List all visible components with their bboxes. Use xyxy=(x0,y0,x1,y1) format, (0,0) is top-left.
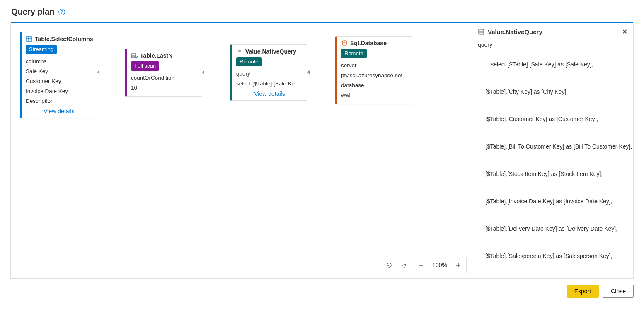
remote-badge: Remote xyxy=(341,49,367,58)
details-panel: Value.NativeQuery ✕ query select [$Table… xyxy=(472,22,633,278)
sql-line: select [$Table].[Sale Key] as [Sale Key]… xyxy=(491,61,593,68)
node-row: server xyxy=(341,61,408,71)
sql-line: [$Table].[Customer Key] as [Customer Key… xyxy=(478,115,627,124)
arrow xyxy=(308,72,333,72)
export-button[interactable]: Export xyxy=(567,285,599,298)
lastn-icon xyxy=(131,52,138,59)
svg-rect-15 xyxy=(479,29,484,34)
sql-line: [$Table].[City Key] as [City Key], xyxy=(478,87,627,96)
node-row: Sale Key xyxy=(26,66,92,76)
zoom-toolbar: 100% xyxy=(381,257,467,273)
node-row: 10 xyxy=(131,83,198,93)
query-plan-canvas[interactable]: Table.SelectColumns Streaming columns Sa… xyxy=(11,22,472,278)
zoom-level: 100% xyxy=(429,262,450,268)
node-table-selectcolumns[interactable]: Table.SelectColumns Streaming columns Sa… xyxy=(20,32,97,118)
node-row: Description xyxy=(26,96,92,106)
fullscan-badge: Full scan xyxy=(131,61,159,71)
sql-text: select [$Table].[Sale Key] as [Sale Key]… xyxy=(478,51,627,278)
node-row: Customer Key xyxy=(26,76,92,86)
view-details-link[interactable]: View details xyxy=(236,89,303,97)
dialog-header: Query plan ? xyxy=(11,7,634,17)
sql-line: [$Table].[Delivery Date Key] as [Deliver… xyxy=(478,224,627,233)
content-area: Table.SelectColumns Streaming columns Sa… xyxy=(10,22,634,279)
node-value-nativequery[interactable]: Value.NativeQuery Remote query select [$… xyxy=(230,44,307,101)
node-row: wwi xyxy=(341,90,408,100)
node-sql-database[interactable]: Sql.Database Remote server pty.sql.azure… xyxy=(335,36,412,104)
node-row: pty.sql.azuresynapse.net xyxy=(341,71,408,80)
svg-rect-7 xyxy=(237,49,242,54)
node-row: database xyxy=(341,80,408,90)
node-row: query xyxy=(236,69,303,79)
arrow xyxy=(98,72,123,72)
reset-view-button[interactable] xyxy=(381,257,397,273)
sql-line: [$Table].[Salesperson Key] as [Salespers… xyxy=(478,251,627,261)
view-details-link[interactable]: View details xyxy=(26,106,92,115)
node-row: select [$Table].[Sale Ke... xyxy=(236,79,303,89)
page-title: Query plan xyxy=(11,7,54,17)
node-row: columns xyxy=(26,56,92,66)
node-title-text: Table.SelectColumns xyxy=(35,36,93,42)
info-icon[interactable]: ? xyxy=(58,9,65,15)
svg-point-11 xyxy=(404,264,406,266)
svg-rect-4 xyxy=(131,54,136,58)
close-button[interactable]: Close xyxy=(603,285,634,298)
remote-badge: Remote xyxy=(236,57,262,66)
zoom-out-button[interactable] xyxy=(413,257,429,273)
node-table-lastn[interactable]: Table.LastN Full scan countOrCondition 1… xyxy=(125,49,202,97)
dialog-frame: Query plan ? Table.SelectColumns Streami… xyxy=(2,2,642,305)
svg-point-10 xyxy=(342,41,346,42)
streaming-badge: Streaming xyxy=(26,45,57,54)
details-label: query xyxy=(478,41,627,48)
node-row: Invoice Date Key xyxy=(26,86,92,96)
database-icon xyxy=(341,40,348,46)
node-title-text: Table.LastN xyxy=(140,52,172,59)
svg-rect-0 xyxy=(26,37,32,41)
dialog-footer: Export Close xyxy=(10,285,634,298)
sql-line: [$Table].[Invoice Date Key] as [Invoice … xyxy=(478,197,627,206)
close-icon[interactable]: ✕ xyxy=(622,28,627,36)
sql-line: [$Table].[Bill To Customer Key] as [Bill… xyxy=(478,142,627,151)
query-icon xyxy=(236,48,243,55)
zoom-in-button[interactable] xyxy=(450,257,466,273)
node-title-text: Sql.Database xyxy=(350,40,387,46)
query-icon xyxy=(478,29,484,35)
sql-line: [$Table].[Stock Item Key] as [Stock Item… xyxy=(478,169,627,178)
node-title-text: Value.NativeQuery xyxy=(245,48,296,55)
arrow xyxy=(203,72,228,72)
node-row: countOrCondition xyxy=(131,73,198,83)
details-title: Value.NativeQuery xyxy=(488,28,619,35)
fit-view-button[interactable] xyxy=(397,257,413,273)
table-icon xyxy=(26,36,32,42)
